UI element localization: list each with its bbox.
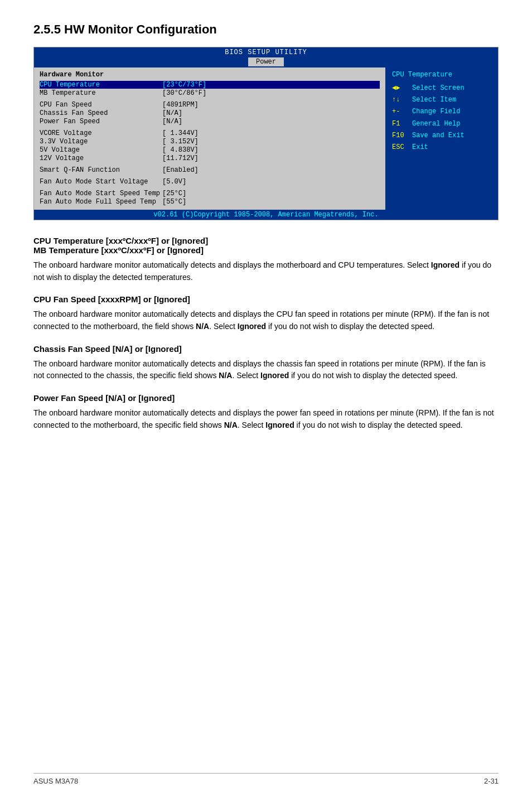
page-footer: ASUS M3A78 2-31 [33,773,499,785]
bios-key-symbol: ESC [392,142,412,153]
footer-right: 2-31 [484,777,499,785]
bios-row-label: Smart Q-FAN Function [40,166,162,174]
bios-row-value: [N/A] [162,109,182,117]
bios-row-label: 12V Voltage [40,154,162,162]
bios-section-title: Hardware Monitor [40,71,380,79]
bios-key-help: ◄►Select Screen↑↓Select Item+-Change Fie… [392,83,492,153]
bios-key-row: ESCExit [392,142,492,153]
bios-row-value: [ 4.838V] [162,146,199,154]
bios-key-symbol: F10 [392,131,412,141]
bios-row-label: VCORE Voltage [40,129,162,137]
bios-row: VCORE Voltage[ 1.344V] [40,129,380,137]
bios-screenshot: BIOS SETUP UTILITY Power Hardware Monito… [33,47,499,220]
section-body-chassis-fan: The onboard hardware monitor automatical… [33,358,499,382]
section-body-cpu-temp: The onboard hardware monitor automatical… [33,259,499,283]
bios-row-label: CPU Fan Speed [40,101,162,109]
bios-key-row: F1General Help [392,119,492,129]
bios-row-label: MB Temperature [40,89,162,97]
bios-row-label: 5V Voltage [40,146,162,154]
bios-key-row: ↑↓Select Item [392,95,492,105]
bios-row-value: [ 3.152V] [162,138,199,146]
section-body-power-fan: The onboard hardware monitor automatical… [33,407,499,431]
bios-row-label: CPU Temperature [40,81,162,89]
bios-main-area: Hardware Monitor CPU Temperature[23°C/73… [34,67,498,210]
bios-tab-row: Power [34,57,498,67]
bios-key-action: Select Screen [412,83,465,94]
bios-row: Power Fan Speed[N/A] [40,118,380,125]
section-body-cpu-fan: The onboard hardware monitor automatical… [33,308,499,332]
bios-row-value: [N/A] [162,118,182,125]
bios-key-action: Change Field [412,107,460,117]
bios-row-label: 3.3V Voltage [40,138,162,146]
section-heading-chassis-fan: Chassis Fan Speed [N/A] or [Ignored] [33,344,499,354]
bios-row: Chassis Fan Speed[N/A] [40,109,380,117]
bios-right-panel: CPU Temperature ◄►Select Screen↑↓Select … [386,67,498,210]
bios-key-row: ◄►Select Screen [392,83,492,94]
bios-row-label: Fan Auto Mode Full Speed Temp [40,198,162,206]
bios-rows: CPU Temperature[23°C/73°F]MB Temperature… [40,81,380,206]
bios-key-action: Save and Exit [412,131,465,141]
bios-row: CPU Temperature[23°C/73°F] [40,81,380,89]
bios-row-label: Chassis Fan Speed [40,109,162,117]
bios-row-value: [30°C/86°F] [162,89,206,97]
bios-row-value: [11.712V] [162,154,199,162]
bios-row: 5V Voltage[ 4.838V] [40,146,380,154]
bios-key-row: F10Save and Exit [392,131,492,141]
bios-row-value: [55°C] [162,198,186,206]
bios-row-value: [5.0V] [162,178,186,186]
bios-row-value: [23°C/73°F] [162,81,206,89]
content-sections: CPU Temperature [xxxºC/xxxºF] or [Ignore… [33,236,499,432]
bios-row: 3.3V Voltage[ 3.152V] [40,138,380,146]
bios-row: Fan Auto Mode Start Voltage[5.0V] [40,178,380,186]
bios-row: Smart Q-FAN Function[Enabled] [40,166,380,174]
bios-row-value: [4891RPM] [162,101,199,109]
bios-key-action: Select Item [412,95,456,105]
section-heading-cpu-temp: CPU Temperature [xxxºC/xxxºF] or [Ignore… [33,236,499,255]
bios-row-label: Fan Auto Mode Start Voltage [40,178,162,186]
bios-row-value: [25°C] [162,190,186,197]
bios-row-label: Power Fan Speed [40,118,162,125]
bios-key-action: General Help [412,119,460,129]
bios-row-label: Fan Auto Mode Start Speed Temp [40,190,162,197]
bios-key-row: +-Change Field [392,107,492,117]
footer-left: ASUS M3A78 [33,777,78,785]
bios-left-panel: Hardware Monitor CPU Temperature[23°C/73… [34,67,386,210]
bios-tab-power[interactable]: Power [248,57,284,66]
bios-header-label: BIOS SETUP UTILITY [34,47,498,57]
section-heading-cpu-fan: CPU Fan Speed [xxxxRPM] or [Ignored] [33,294,499,304]
bios-row: MB Temperature[30°C/86°F] [40,89,380,97]
bios-right-title: CPU Temperature [392,71,492,79]
bios-row: Fan Auto Mode Start Speed Temp[25°C] [40,190,380,197]
bios-footer: v02.61 (C)Copyright 1985-2008, American … [34,210,498,220]
bios-key-action: Exit [412,142,428,153]
bios-row: 12V Voltage[11.712V] [40,154,380,162]
bios-key-symbol: ↑↓ [392,95,412,105]
bios-row-value: [ 1.344V] [162,129,199,137]
bios-row: Fan Auto Mode Full Speed Temp[55°C] [40,198,380,206]
bios-key-symbol: F1 [392,119,412,129]
bios-key-symbol: ◄► [392,83,412,94]
bios-key-symbol: +- [392,107,412,117]
bios-row: CPU Fan Speed[4891RPM] [40,101,380,109]
bios-row-value: [Enabled] [162,166,199,174]
section-heading-power-fan: Power Fan Speed [N/A] or [Ignored] [33,393,499,403]
page-title: 2.5.5 HW Monitor Configuration [33,22,499,37]
